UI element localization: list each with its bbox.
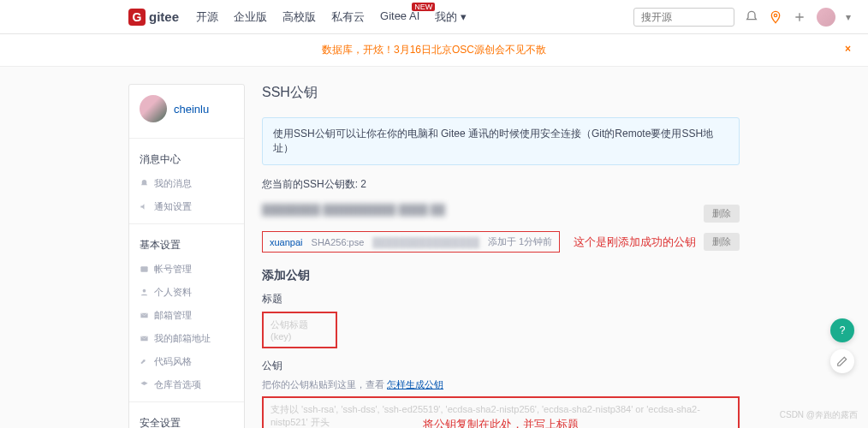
key-name[interactable]: xuanpai [270,237,303,247]
chevron-down-icon: ▾ [461,10,467,23]
page-title: SSH公钥 [262,84,740,102]
nav-mine-label: 我的 [435,10,457,23]
sidebar-item-label: 帐号管理 [154,263,192,276]
title-label: 标题 [262,292,740,306]
username: cheinlu [174,103,209,116]
sidebar: cheinlu 消息中心 我的消息 通知设置 基本设置 帐号管理 个人资料 邮箱… [128,84,245,428]
sidebar-item-label: 代码风格 [154,355,192,368]
svg-point-2 [143,289,146,293]
bell-icon[interactable] [745,10,758,24]
key-label: 公钥 [262,359,740,373]
nav-opensource[interactable]: 开源 [196,9,218,25]
blurred-key: ████████ ██████████ ████ ██ [262,200,445,219]
sidebar-item-label: 仓库首选项 [154,378,201,391]
banner-text[interactable]: 数据库，开炫！3月16日北京OSC源创会不见不散 [322,44,546,56]
plus-icon[interactable] [793,10,806,24]
delete-button[interactable]: 删除 [704,205,740,223]
avatar [140,95,167,122]
sidebar-item-label: 个人资料 [154,286,192,299]
sidebar-item-email-mgmt[interactable]: 邮箱管理 [129,304,244,327]
nav-enterprise[interactable]: 企业版 [234,9,267,25]
page-body: cheinlu 消息中心 我的消息 通知设置 基本设置 帐号管理 个人资料 邮箱… [0,67,868,428]
key-count: 您当前的SSH公钥数: 2 [262,177,740,192]
blurred-text: ████████████████ [372,237,479,247]
sidebar-item-notif-settings[interactable]: 通知设置 [129,195,244,218]
edit-icon [836,355,848,367]
helper-text: 把你的公钥粘贴到这里，查看 怎样生成公钥 [262,378,740,391]
sidebar-item-label: 通知设置 [154,200,192,213]
wrench-icon [140,357,149,366]
key-textarea-wrap: 支持以 'ssh-rsa', 'ssh-dss', 'ssh-ed25519',… [262,396,740,428]
id-icon [140,265,149,274]
nav-ai-label: Gitee AI [380,9,419,22]
sidebar-item-label: 邮箱管理 [154,309,192,322]
mail-icon [140,311,149,320]
placeholder-text: 公钥标题(key) [271,319,308,342]
promo-banner: 数据库，开炫！3月16日北京OSC源创会不见不散 × [0,34,868,67]
new-badge: NEW [412,3,435,11]
helper-prefix: 把你的公钥粘贴到这里，查看 [262,379,387,389]
edit-button[interactable] [830,349,854,373]
sidebar-user[interactable]: cheinlu [129,95,244,133]
top-nav: G gitee 开源 企业版 高校版 私有云 Gitee AI NEW 我的 ▾… [0,0,868,34]
svg-rect-1 [140,266,147,271]
mail-icon [140,334,149,343]
main: SSH公钥 使用SSH公钥可以让你在你的电脑和 Gitee 通讯的时候使用安全连… [262,84,740,428]
key-fingerprint: SHA256:pse [312,237,365,247]
sidebar-item-profile[interactable]: 个人资料 [129,281,244,304]
nav-ai[interactable]: Gitee AI NEW [380,9,419,25]
search-input[interactable] [633,8,734,27]
layer-icon [140,380,149,389]
sidebar-item-account[interactable]: 帐号管理 [129,258,244,281]
sidebar-item-my-msgs[interactable]: 我的消息 [129,172,244,195]
helper-link[interactable]: 怎样生成公钥 [387,379,443,389]
megaphone-icon [140,202,149,211]
logo-icon: G [128,9,146,26]
section-messages: 消息中心 [129,144,244,172]
pin-icon[interactable] [769,10,782,24]
person-icon [140,288,149,297]
annotation-success: 这个是刚添加成功的公钥 [574,235,696,250]
help-button[interactable]: ? [830,318,854,342]
svg-point-0 [774,14,776,16]
sidebar-item-label: 我的消息 [154,177,192,190]
sidebar-item-repo-pref[interactable]: 仓库首选项 [129,373,244,396]
bell-icon [140,179,149,188]
add-key-title: 添加公钥 [262,268,740,283]
section-basic: 基本设置 [129,229,244,258]
nav-right: ▾ [633,8,851,27]
avatar[interactable] [817,8,835,27]
sidebar-item-label: 我的邮箱地址 [154,332,211,345]
key-row-2: xuanpai SHA256:pse ████████████████ 添加于 … [262,231,740,253]
title-input[interactable]: 公钥标题(key) [262,312,337,348]
nav-mine[interactable]: 我的 ▾ [435,9,467,25]
key-row-1: ████████ ██████████ ████ ██ 删除 [262,200,740,226]
key-added-time: 添加于 1分钟前 [488,235,552,248]
nav-items: 开源 企业版 高校版 私有云 Gitee AI NEW 我的 ▾ [196,9,467,25]
info-box: 使用SSH公钥可以让你在你的电脑和 Gitee 通讯的时候使用安全连接（Git的… [262,117,740,165]
annotation-paste: 将公钥复制在此处，并写上标题 [262,417,740,428]
chevron-down-icon: ▾ [846,11,851,23]
logo[interactable]: G gitee [128,9,179,26]
watermark: CSDN @奔跑的露西 [780,409,858,421]
sidebar-item-email-addr[interactable]: 我的邮箱地址 [129,327,244,350]
nav-private[interactable]: 私有云 [331,9,365,25]
key-highlight-box: xuanpai SHA256:pse ████████████████ 添加于 … [262,231,560,253]
sidebar-item-code-style[interactable]: 代码风格 [129,350,244,373]
close-icon[interactable]: × [845,43,851,55]
logo-text: gitee [149,9,179,24]
delete-button[interactable]: 删除 [704,233,740,251]
section-security: 安全设置 [129,407,244,428]
nav-education[interactable]: 高校版 [282,9,316,25]
